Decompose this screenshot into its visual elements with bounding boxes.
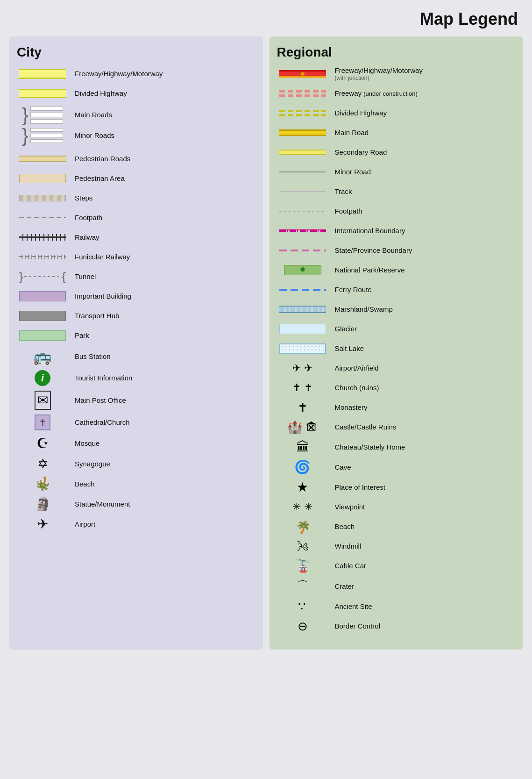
r-minor-symbol: [277, 172, 328, 172]
park-symbol: [17, 330, 68, 341]
r-glacier-symbol: [277, 324, 328, 334]
castle-icon: 🏰 🏚: [287, 420, 318, 435]
list-item: 🏛 Chateau/Stately Home: [277, 439, 516, 455]
list-item: ✡ Synagogue: [17, 456, 255, 472]
list-item: Divided Highway: [277, 106, 516, 121]
r-airport-symbol: ✈ ✈: [277, 362, 328, 374]
city-heading: City: [17, 45, 255, 60]
r-poi-symbol: ★: [277, 479, 328, 495]
list-item: ☪ Mosque: [17, 435, 255, 451]
r-marsh-label: Marshland/Swamp: [335, 305, 393, 314]
list-item: Footpath: [17, 210, 255, 225]
beach-label: Beach: [75, 480, 95, 488]
divided-label: Divided Highway: [75, 89, 127, 98]
list-item: Pedestrian Roads: [17, 151, 255, 166]
r-natpark-label: National Park/Reserve: [335, 266, 405, 274]
list-item: Freeway (under construction): [277, 86, 516, 101]
r-airport-label: Airport/Airfield: [335, 364, 379, 372]
list-item: 🏰 🏚 Castle/Castle Ruins: [277, 420, 516, 435]
list-item: Freeway/Highway/Motorway: [17, 66, 255, 81]
transport-hub-symbol: [17, 311, 68, 321]
list-item: ✳ ✳ Viewpoint: [277, 500, 516, 515]
imp-building-label: Important Building: [75, 292, 131, 300]
funicular-symbol: [17, 255, 68, 259]
mosque-label: Mosque: [75, 439, 99, 448]
list-item: State/Province Boundary: [277, 243, 516, 258]
tourist-info-symbol: i: [17, 370, 68, 386]
r-intl-label: International Boundary: [335, 227, 405, 235]
synagogue-symbol: ✡: [17, 456, 68, 472]
r-track-label: Track: [335, 187, 352, 196]
r-beach-symbol: 🌴: [277, 520, 328, 534]
list-item: Divided Highway: [17, 86, 255, 101]
r-track-symbol: [277, 191, 328, 192]
ancient-icon: ∵: [298, 600, 307, 614]
list-item: 🚡 Cable Car: [277, 558, 516, 573]
r-monastery-symbol: ✝: [277, 400, 328, 415]
park-label: Park: [75, 331, 89, 340]
r-beach-label: Beach: [335, 522, 355, 531]
list-item: } { Tunnel: [17, 269, 255, 284]
transport-hub-label: Transport Hub: [75, 312, 119, 320]
list-item: Track: [277, 184, 516, 199]
r-ancient-symbol: ∵: [277, 600, 328, 614]
r-cave-label: Cave: [335, 463, 351, 472]
synagogue-label: Synagogue: [75, 460, 110, 468]
list-item: Secondary Road: [277, 145, 516, 160]
viewpoint-icon: ✳ ✳: [292, 501, 312, 513]
r-border-label: Border Control: [335, 622, 381, 630]
r-mainroad-symbol: [277, 129, 328, 136]
r-crater-symbol: ⌒: [277, 578, 328, 594]
r-state-symbol: [277, 250, 328, 251]
freeway-label: Freeway/Highway/Motorway: [75, 70, 163, 78]
r-freeway2-symbol: [277, 90, 328, 97]
r-viewpoint-label: Viewpoint: [335, 503, 365, 511]
r-divided-symbol: [277, 110, 328, 116]
post-office-label: Main Post Office: [75, 396, 126, 405]
r-footpath-label: Footpath: [335, 207, 362, 215]
synagogue-icon: ✡: [37, 456, 48, 472]
list-item: Minor Road: [277, 164, 516, 179]
r-windmill-symbol: 🌬: [277, 539, 328, 554]
r-monastery-label: Monastery: [335, 403, 368, 412]
ped-roads-label: Pedestrian Roads: [75, 155, 130, 163]
beach-icon: 🌴: [35, 476, 51, 492]
r-church-label: Church (ruins): [335, 384, 379, 392]
r-ferry-label: Ferry Route: [335, 286, 372, 294]
windmill-icon: 🌬: [297, 539, 309, 554]
r-freeway-symbol: [277, 70, 328, 78]
post-icon: ✉: [35, 391, 51, 410]
steps-label: Steps: [75, 194, 92, 202]
list-item: ✝ Monastery: [277, 400, 516, 415]
list-item: Main Road: [277, 125, 516, 140]
airport-label: Airport: [75, 520, 95, 529]
regional-panel: Regional Freeway/Highway/Motorway (with …: [270, 36, 523, 650]
list-item: International Boundary: [277, 223, 516, 238]
tourist-info-label: Tourist Information: [75, 374, 132, 382]
cathedral-symbol: ✝: [17, 415, 68, 430]
list-item: ✝ Cathedral/Church: [17, 415, 255, 430]
cathedral-label: Cathedral/Church: [75, 418, 130, 427]
divided-symbol: [17, 89, 68, 98]
r-footpath-symbol: [277, 211, 328, 212]
statue-icon: 🗿: [35, 496, 51, 512]
r-poi-label: Place of Interest: [335, 483, 385, 492]
list-item: ∵ Ancient Site: [277, 599, 516, 614]
bus-icon: 🚌: [33, 348, 52, 365]
list-item: } Minor Roads: [17, 126, 255, 145]
r-beach-icon: 🌴: [292, 517, 312, 537]
tunnel-label: Tunnel: [75, 272, 96, 281]
railway-label: Railway: [75, 233, 99, 242]
r-cave-symbol: 🌀: [277, 459, 328, 475]
airport-icon: ✈: [37, 516, 48, 532]
r-freeway2-label: Freeway (under construction): [335, 89, 418, 98]
r-freeway-sublabel: (with junction): [335, 75, 423, 81]
airport-symbol: ✈: [17, 516, 68, 532]
r-divided-label: Divided Highway: [335, 109, 387, 117]
freeway-symbol: [17, 69, 68, 79]
cave-icon: 🌀: [294, 459, 311, 475]
steps-symbol: [17, 195, 68, 201]
list-item: ⊖ Border Control: [277, 619, 516, 634]
list-item: 🌬 Windmill: [277, 539, 516, 554]
r-ancient-label: Ancient Site: [335, 602, 372, 611]
